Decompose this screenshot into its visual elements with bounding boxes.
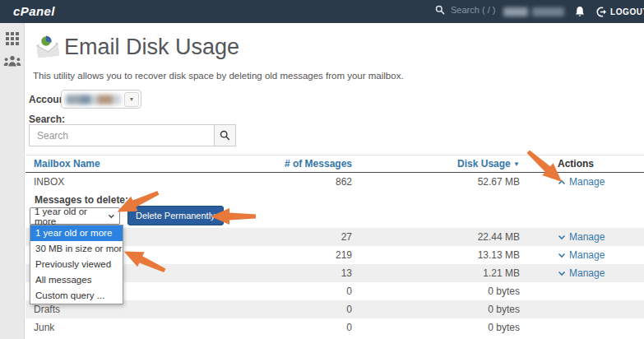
sort-descending-icon: ▼ bbox=[513, 160, 520, 168]
chevron-down-icon: ▼ bbox=[124, 92, 139, 107]
message-count-cell: 0 bbox=[237, 304, 352, 315]
mailbox-table: Mailbox Name # of Messages Disk Usage ▼ … bbox=[25, 155, 644, 337]
top-navigation-bar: cPanel Search ( / ) LOGOUT bbox=[0, 0, 644, 23]
message-count-cell: 0 bbox=[237, 286, 352, 297]
redacted-account-value bbox=[66, 95, 122, 104]
table-row: Junk00 bytes bbox=[25, 318, 644, 337]
disk-usage-cell: 0 bytes bbox=[352, 322, 520, 333]
mailbox-search-label: Search: bbox=[29, 114, 65, 125]
dropdown-option[interactable]: 1 year old or more bbox=[30, 225, 123, 241]
disk-usage-cell: 22.44 MB bbox=[352, 231, 520, 243]
messages-to-delete-select[interactable]: 1 year old or more bbox=[30, 207, 120, 225]
manage-link[interactable]: Manage bbox=[558, 267, 605, 279]
column-header-actions: Actions bbox=[520, 158, 644, 170]
messages-to-delete-label: Messages to delete: bbox=[35, 194, 128, 206]
redacted-text-block bbox=[532, 7, 564, 16]
cpanel-email-disk-usage-screen: cPanel Search ( / ) LOGOUT bbox=[0, 0, 644, 339]
logout-icon bbox=[596, 7, 607, 17]
chevron-down-icon bbox=[558, 235, 566, 240]
apps-grid-icon[interactable] bbox=[6, 32, 19, 45]
mailbox-name-cell: Junk bbox=[34, 322, 237, 333]
left-sidebar bbox=[0, 23, 25, 339]
actions-cell: Manage bbox=[520, 176, 644, 188]
column-header-messages[interactable]: # of Messages bbox=[237, 158, 352, 170]
email-disk-usage-icon bbox=[34, 34, 62, 60]
search-icon bbox=[435, 5, 445, 15]
page-description: This utility allows you to recover disk … bbox=[33, 71, 404, 81]
disk-usage-cell: 13.13 MB bbox=[352, 249, 520, 261]
mailbox-search-button[interactable] bbox=[214, 124, 236, 146]
chevron-down-icon bbox=[558, 271, 566, 276]
account-select[interactable]: ▼ bbox=[61, 90, 141, 109]
disk-usage-cell: 0 bytes bbox=[352, 304, 520, 315]
dropdown-option[interactable]: Custom query ... bbox=[30, 288, 123, 304]
disk-usage-cell: 0 bytes bbox=[352, 286, 520, 297]
messages-to-delete-dropdown: 1 year old or more30 MB in size or moreP… bbox=[30, 225, 123, 304]
dropdown-option[interactable]: Previously viewed bbox=[30, 257, 123, 272]
table-body: INBOX86252.67 MBManage Messages to delet… bbox=[25, 173, 644, 337]
global-search-trigger[interactable]: Search ( / ) bbox=[435, 5, 495, 15]
manage-label: Manage bbox=[569, 267, 605, 279]
message-count-cell: 219 bbox=[237, 249, 352, 261]
redacted-text-block bbox=[503, 7, 528, 16]
global-search-placeholder: Search ( / ) bbox=[451, 5, 495, 15]
manage-link[interactable]: Manage bbox=[558, 249, 605, 261]
manage-link[interactable]: Manage bbox=[558, 231, 605, 243]
message-count-cell: 27 bbox=[237, 231, 352, 243]
cpanel-logo[interactable]: cPanel bbox=[13, 4, 55, 18]
mailbox-search-group bbox=[29, 124, 236, 146]
message-count-cell: 0 bbox=[237, 322, 352, 333]
logout-label: LOGOUT bbox=[610, 7, 644, 16]
actions-cell: Manage bbox=[520, 267, 644, 280]
inbox-manage-panel: Messages to delete: 1 year old or more D… bbox=[25, 191, 644, 228]
disk-usage-cell: 1.21 MB bbox=[352, 267, 520, 279]
dropdown-option[interactable]: 30 MB in size or more bbox=[30, 241, 123, 257]
manage-label: Manage bbox=[569, 176, 605, 188]
notifications-bell-icon[interactable] bbox=[574, 6, 586, 21]
logout-button[interactable]: LOGOUT bbox=[596, 7, 644, 17]
dropdown-option[interactable]: All messages bbox=[30, 272, 123, 288]
mailbox-search-input[interactable] bbox=[29, 124, 214, 146]
account-menu-redacted[interactable] bbox=[503, 7, 564, 16]
user-groups-icon[interactable] bbox=[3, 55, 21, 67]
message-count-cell: 13 bbox=[237, 267, 352, 279]
chevron-down-icon bbox=[108, 214, 115, 219]
manage-label: Manage bbox=[569, 249, 605, 261]
delete-permanently-button[interactable]: Delete Permanently bbox=[127, 206, 224, 225]
select-current-value: 1 year old or more bbox=[35, 207, 108, 226]
message-count-cell: 862 bbox=[237, 176, 352, 188]
disk-usage-cell: 52.67 MB bbox=[352, 176, 520, 188]
chevron-up-icon bbox=[558, 179, 566, 185]
column-header-disk-usage[interactable]: Disk Usage ▼ bbox=[352, 158, 520, 170]
mailbox-name-cell: Drafts bbox=[34, 304, 237, 315]
manage-link[interactable]: Manage bbox=[558, 176, 605, 188]
column-header-mailbox-name[interactable]: Mailbox Name bbox=[34, 158, 237, 170]
page-title: Email Disk Usage bbox=[64, 35, 239, 60]
chevron-down-icon bbox=[558, 253, 566, 258]
manage-label: Manage bbox=[569, 231, 605, 243]
table-header-row: Mailbox Name # of Messages Disk Usage ▼ … bbox=[25, 155, 644, 173]
table-row: INBOX86252.67 MBManage bbox=[25, 173, 644, 191]
search-icon bbox=[220, 130, 230, 141]
actions-cell: Manage bbox=[520, 231, 644, 244]
mailbox-name-cell: INBOX bbox=[34, 176, 237, 188]
actions-cell: Manage bbox=[520, 249, 644, 262]
